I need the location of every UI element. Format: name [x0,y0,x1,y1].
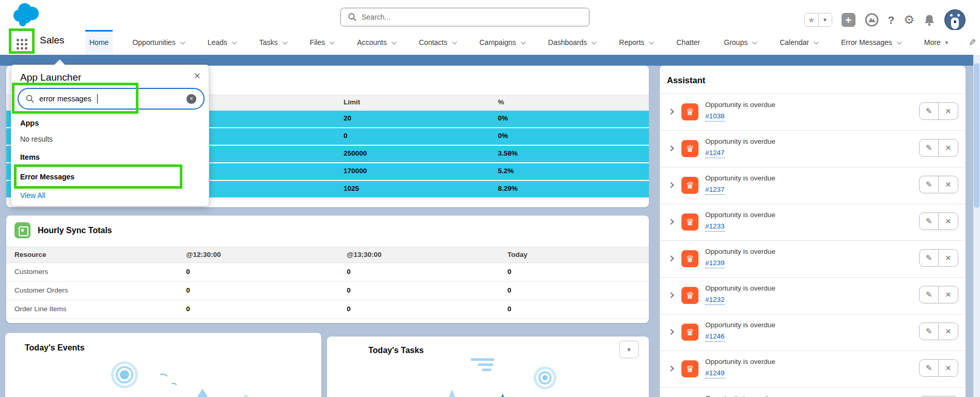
value-1230: 0 [186,268,190,276]
tab-contacts[interactable]: Contacts [415,30,460,55]
tab-label: Contacts [419,38,447,47]
pencil-icon[interactable]: ✎ [919,286,939,303]
assistant-item-text: Opportunity is overdue [705,358,775,365]
tab-home[interactable]: Home [85,30,113,55]
assistant-item-link[interactable]: #1237 [705,186,725,195]
scrollbar-thumb[interactable] [974,63,979,208]
question-mark-icon[interactable]: ? [888,14,895,26]
chevron-down-icon [180,39,185,44]
tab-more[interactable]: More▾ [920,30,952,55]
chevron-right-icon[interactable] [668,255,674,261]
tab-opportunities[interactable]: Opportunities [128,30,188,55]
value-1230: 0 [186,305,190,313]
assistant-item-link[interactable]: #1233 [705,222,725,232]
assistant-item-link[interactable]: #1249 [705,369,725,378]
close-icon[interactable]: × [939,176,958,193]
pencil-icon[interactable]: ✎ [919,176,939,193]
tab-accounts[interactable]: Accounts [353,30,399,55]
view-all-link[interactable]: View All [20,191,45,200]
opportunity-crown-icon: ♛ [681,213,698,231]
limit-value: 170000 [344,167,367,175]
page-scrollbar[interactable] [973,55,980,397]
value-today: 0 [507,286,511,294]
chevron-down-icon [521,39,526,44]
chevron-down-icon [814,39,819,44]
global-search-input[interactable]: Search... [340,8,589,26]
pencil-icon[interactable]: ✎ [969,37,976,48]
tab-leads[interactable]: Leads [204,30,240,55]
value-1230: 0 [186,286,190,294]
chevron-right-icon[interactable] [668,292,674,298]
caret-down-icon[interactable]: ▼ [818,13,832,26]
tab-campaigns[interactable]: Campaigns [475,30,528,55]
tab-chatter[interactable]: Chatter [672,30,704,55]
item-result-error-messages[interactable]: Error Messages [20,173,74,181]
close-icon[interactable]: × [939,139,958,157]
pencil-icon[interactable]: ✎ [919,212,939,230]
close-icon[interactable]: × [939,359,958,377]
magnifier-icon [26,95,34,103]
opportunity-crown-icon: ♛ [681,250,698,267]
chevron-right-icon[interactable] [668,365,674,371]
close-icon[interactable]: × [939,102,958,120]
chevron-right-icon[interactable] [668,329,674,334]
tasks-card-title: Today's Tasks [368,346,424,355]
close-icon[interactable]: × [939,212,958,230]
favorites-control[interactable]: ★ ▼ [804,13,832,27]
assistant-item-link[interactable]: #1232 [705,296,725,305]
top-header: Search... ★ ▼ + ? ⚙ [0,0,980,30]
resource-name: Order Line Items [14,305,67,313]
column-header-today: Today [507,251,527,258]
apps-section-label: Apps [20,119,39,127]
tab-dashboards[interactable]: Dashboards [544,30,600,55]
pencil-icon[interactable]: ✎ [919,323,939,340]
hourly-sync-title: Hourly Sync Totals [38,226,112,235]
app-launcher-button[interactable] [11,34,33,54]
trailhead-icon[interactable] [865,13,879,27]
bell-icon[interactable] [924,14,935,26]
pencil-icon[interactable]: ✎ [919,139,939,157]
search-placeholder: Search... [362,13,391,21]
plus-icon[interactable]: + [842,13,855,27]
tasks-menu-button[interactable]: ▼ [619,341,639,358]
tab-calendar[interactable]: Calendar [775,30,821,55]
user-avatar[interactable] [944,9,966,30]
chevron-down-icon [752,39,757,44]
tab-tasks[interactable]: Tasks [255,30,290,55]
app-launcher-search-input[interactable]: error messages × [18,88,205,110]
close-icon[interactable]: × [939,249,958,267]
magnifier-icon [348,13,356,21]
assistant-item-link[interactable]: #1247 [705,149,725,158]
chevron-down-icon [283,39,288,44]
tab-groups[interactable]: Groups [720,30,760,55]
tab-label: Home [89,38,108,47]
close-icon[interactable]: × [194,70,200,82]
value-1330: 0 [347,268,351,276]
tab-label: Accounts [357,38,387,47]
resource-name: Customers [14,268,48,276]
chevron-down-icon [232,39,237,44]
assistant-item: ♛Opportunity is overdue#1237✎× [660,167,966,204]
close-icon[interactable]: × [939,286,958,303]
close-icon[interactable]: × [939,323,958,340]
chevron-right-icon[interactable] [668,109,674,114]
pencil-icon[interactable]: ✎ [919,359,939,377]
gear-icon[interactable]: ⚙ [904,14,914,26]
app-launcher-popup: App Launcher × error messages × Apps No … [11,65,209,206]
tab-reports[interactable]: Reports [615,30,657,55]
pencil-icon[interactable]: ✎ [919,249,939,267]
limit-value: 250000 [344,149,367,157]
tab-label: Reports [619,38,644,47]
assistant-item-link[interactable]: #1246 [705,332,725,342]
chevron-right-icon[interactable] [668,219,674,224]
assistant-item-link[interactable]: #1038 [705,112,725,121]
chevron-right-icon[interactable] [668,182,674,188]
tab-label: Opportunities [132,38,175,47]
assistant-item-link[interactable]: #1239 [705,259,725,268]
pencil-icon[interactable]: ✎ [919,102,939,120]
tab-error-messages[interactable]: Error Messages [837,30,905,55]
tab-files[interactable]: Files [306,30,338,55]
star-icon[interactable]: ★ [805,13,818,26]
chevron-right-icon[interactable] [668,145,674,151]
clear-search-icon[interactable]: × [186,94,196,104]
